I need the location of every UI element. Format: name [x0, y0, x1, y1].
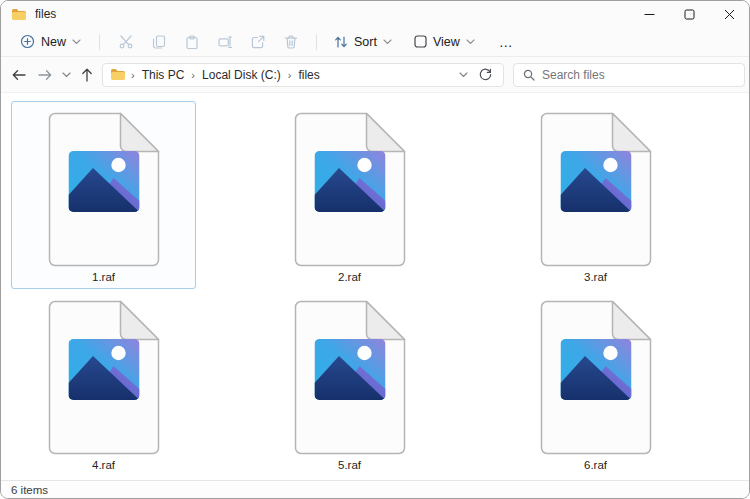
paste-icon: [185, 35, 199, 49]
up-button[interactable]: [75, 62, 99, 88]
toolbar: New: [1, 27, 749, 57]
navigation-bar: › This PC › Local Disk (C:) › files: [1, 57, 749, 93]
file-item-1[interactable]: 1.raf: [11, 101, 196, 289]
file-name: 4.raf: [92, 459, 115, 471]
circle-plus-icon: [20, 34, 35, 49]
trash-icon: [284, 35, 298, 49]
search-input[interactable]: [542, 68, 735, 82]
file-list-area: 1.raf 2.raf 3.raf 4.raf 5.raf 6.raf: [1, 93, 749, 480]
search-box: [513, 63, 745, 87]
new-button-label: New: [41, 35, 66, 49]
sort-button[interactable]: Sort: [326, 32, 400, 52]
status-bar: 6 items: [1, 480, 749, 498]
items-count: 6 items: [11, 484, 48, 496]
window-title: files: [35, 7, 56, 21]
minimize-button[interactable]: [629, 1, 669, 27]
toolbar-separator: [99, 34, 100, 50]
back-button[interactable]: [7, 62, 31, 88]
file-item-2[interactable]: 2.raf: [257, 101, 442, 289]
file-grid: 1.raf 2.raf 3.raf 4.raf 5.raf 6.raf: [11, 101, 749, 477]
breadcrumb-separator: ›: [128, 69, 138, 81]
back-arrow-icon: [12, 69, 26, 81]
file-explorer-window: files Ne: [0, 0, 750, 499]
minimize-icon: [644, 9, 655, 20]
refresh-button[interactable]: [474, 64, 496, 86]
file-item-3[interactable]: 3.raf: [503, 101, 688, 289]
new-button[interactable]: New: [11, 31, 90, 52]
raf-file-icon: [48, 112, 160, 267]
toolbar-separator: [316, 34, 317, 50]
up-arrow-icon: [81, 68, 93, 82]
close-button[interactable]: [709, 1, 749, 27]
breadcrumb-separator: ›: [285, 69, 295, 81]
breadcrumb-files[interactable]: files: [294, 66, 323, 84]
sort-button-label: Sort: [354, 35, 377, 49]
cut-button[interactable]: [109, 30, 142, 54]
refresh-icon: [479, 68, 492, 81]
file-item-6[interactable]: 6.raf: [503, 289, 688, 477]
copy-icon: [152, 35, 166, 49]
more-options-button[interactable]: …: [489, 34, 524, 50]
raf-file-icon: [540, 112, 652, 267]
breadcrumb-separator: ›: [188, 69, 198, 81]
file-name: 3.raf: [584, 271, 607, 283]
address-dropdown-button[interactable]: [452, 64, 474, 86]
rename-button[interactable]: [208, 30, 241, 54]
maximize-icon: [684, 9, 695, 20]
titlebar: files: [1, 1, 749, 27]
file-item-4[interactable]: 4.raf: [11, 289, 196, 477]
delete-button[interactable]: [274, 30, 307, 54]
view-layout-icon: [414, 35, 427, 48]
search-icon: [523, 69, 535, 81]
file-name: 5.raf: [338, 459, 361, 471]
raf-file-icon: [48, 300, 160, 455]
maximize-button[interactable]: [669, 1, 709, 27]
address-bar[interactable]: › This PC › Local Disk (C:) › files: [102, 63, 504, 87]
chevron-down-icon: [383, 39, 392, 45]
raf-file-icon: [294, 300, 406, 455]
folder-icon: [110, 68, 126, 81]
file-name: 6.raf: [584, 459, 607, 471]
share-button[interactable]: [241, 30, 274, 54]
view-button[interactable]: View: [406, 32, 483, 52]
share-icon: [251, 35, 265, 49]
folder-icon: [11, 8, 27, 21]
paste-button[interactable]: [175, 30, 208, 54]
breadcrumb-this-pc[interactable]: This PC: [138, 66, 189, 84]
chevron-down-icon: [72, 39, 81, 45]
raf-file-icon: [294, 112, 406, 267]
copy-button[interactable]: [142, 30, 175, 54]
recent-locations-button[interactable]: [59, 62, 73, 88]
sort-arrows-icon: [334, 35, 348, 49]
view-button-label: View: [433, 35, 460, 49]
raf-file-icon: [540, 300, 652, 455]
chevron-down-icon: [62, 72, 71, 78]
file-item-5[interactable]: 5.raf: [257, 289, 442, 477]
close-icon: [724, 9, 735, 20]
forward-arrow-icon: [38, 69, 52, 81]
rename-icon: [218, 35, 232, 49]
file-name: 1.raf: [92, 271, 115, 283]
file-name: 2.raf: [338, 271, 361, 283]
chevron-down-icon: [459, 72, 468, 78]
breadcrumb-local-disk[interactable]: Local Disk (C:): [198, 66, 285, 84]
forward-button[interactable]: [33, 62, 57, 88]
chevron-down-icon: [466, 39, 475, 45]
scissors-icon: [119, 35, 133, 49]
window-controls: [629, 1, 749, 27]
